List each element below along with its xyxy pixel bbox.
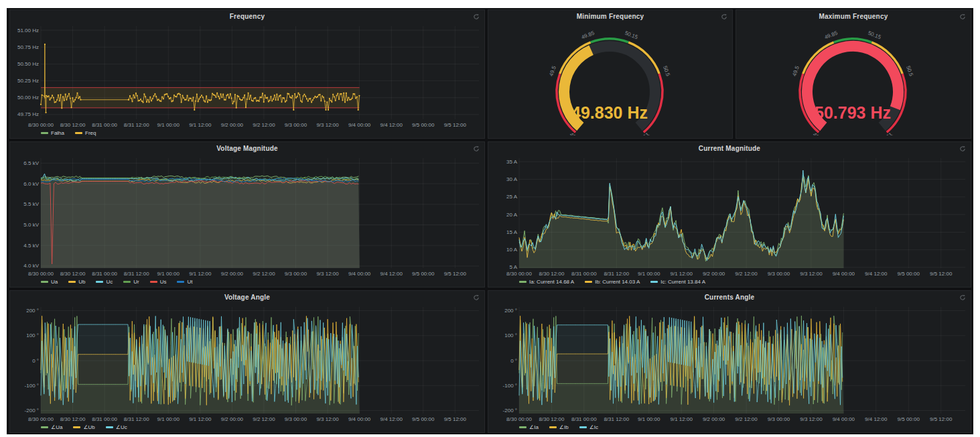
legend-item[interactable]: Ib: Current 14.03 A xyxy=(585,279,640,285)
legend-item[interactable]: ∠Ic xyxy=(579,424,598,430)
legend-item[interactable]: Ia: Current 14.68 A xyxy=(519,279,574,285)
panel-voltage-magnitude: Voltage Magnitude 8/30 00:008/30 12:008/… xyxy=(9,141,485,288)
legend-item[interactable]: Ub xyxy=(68,279,85,285)
legend-label: Us xyxy=(160,279,167,285)
dashboard: Frequency 8/30 00:008/30 12:008/31 00:00… xyxy=(7,8,973,434)
legend-item[interactable]: ∠Ib xyxy=(549,424,569,430)
svg-text:9/1 00:00: 9/1 00:00 xyxy=(638,271,660,277)
svg-text:8/30 12:00: 8/30 12:00 xyxy=(539,416,565,422)
refresh-icon[interactable] xyxy=(473,13,480,20)
svg-text:8/30 12:00: 8/30 12:00 xyxy=(539,271,565,277)
chart-canvas: 8/30 00:008/30 12:008/31 00:008/31 12:00… xyxy=(10,23,483,128)
svg-text:50.15: 50.15 xyxy=(867,30,882,41)
refresh-icon[interactable] xyxy=(959,145,966,152)
current-magnitude-legend: Ia: Current 14.68 AIb: Current 14.03 AIc… xyxy=(519,277,705,286)
legend-item[interactable]: ∠Ua xyxy=(41,424,62,430)
svg-text:9/5 00:00: 9/5 00:00 xyxy=(412,122,435,128)
svg-text:9/5 00:00: 9/5 00:00 xyxy=(898,416,920,422)
svg-text:49.5: 49.5 xyxy=(548,65,557,77)
panel-maximum-frequency: Maximum Frequency 4949.549.8550.1550.551… xyxy=(736,9,971,139)
legend-swatch xyxy=(585,281,592,283)
legend-item[interactable]: Ic: Current 13.84 A xyxy=(650,279,705,285)
legend-label: Falha xyxy=(51,130,64,136)
refresh-icon[interactable] xyxy=(959,294,966,301)
legend-item[interactable]: ∠Uc xyxy=(106,424,127,430)
svg-text:9/2 12:00: 9/2 12:00 xyxy=(253,271,275,277)
svg-text:9/4 12:00: 9/4 12:00 xyxy=(865,416,888,422)
legend-label: ∠Ub xyxy=(83,424,94,430)
legend-label: Ub xyxy=(78,279,85,285)
svg-text:8/31 12:00: 8/31 12:00 xyxy=(124,122,149,128)
svg-text:9/1 00:00: 9/1 00:00 xyxy=(157,271,180,277)
refresh-icon[interactable] xyxy=(473,145,480,152)
svg-text:50.5: 50.5 xyxy=(662,65,671,77)
legend-item[interactable]: Ua xyxy=(41,279,58,285)
voltage-magnitude-chart[interactable]: 8/30 00:008/30 12:008/31 00:008/31 12:00… xyxy=(10,155,483,277)
svg-text:-200 °: -200 ° xyxy=(25,408,39,414)
max-frequency-gauge[interactable]: 4949.549.8550.1550.551 50.793 Hz xyxy=(736,23,969,135)
legend-item[interactable]: Uc xyxy=(96,279,113,285)
svg-text:8/30 00:00: 8/30 00:00 xyxy=(28,271,54,277)
legend-label: Ur xyxy=(133,279,139,285)
legend-label: Ib: Current 14.03 A xyxy=(595,279,640,285)
refresh-icon[interactable] xyxy=(959,13,966,20)
svg-text:20 A: 20 A xyxy=(506,212,518,218)
svg-text:9/4 00:00: 9/4 00:00 xyxy=(348,122,371,128)
legend-swatch xyxy=(177,281,184,283)
svg-text:9/5 12:00: 9/5 12:00 xyxy=(930,416,953,422)
svg-text:9/3 00:00: 9/3 00:00 xyxy=(768,271,790,277)
legend-item[interactable]: ∠Ub xyxy=(73,424,94,430)
legend-item[interactable]: Us xyxy=(150,279,167,285)
svg-text:49.5: 49.5 xyxy=(791,65,800,77)
svg-text:8/30 12:00: 8/30 12:00 xyxy=(60,271,86,277)
svg-text:200 °: 200 ° xyxy=(504,308,517,314)
svg-text:9/2 00:00: 9/2 00:00 xyxy=(703,416,725,422)
svg-text:49.75 Hz: 49.75 Hz xyxy=(17,111,39,117)
svg-text:9/4 00:00: 9/4 00:00 xyxy=(833,271,855,277)
legend-item[interactable]: Falha xyxy=(41,130,64,136)
svg-text:9/2 12:00: 9/2 12:00 xyxy=(735,271,758,277)
panel-title: Voltage Magnitude xyxy=(10,145,484,152)
svg-text:51.00 Hz: 51.00 Hz xyxy=(17,27,39,34)
legend-label: ∠Ic xyxy=(589,424,598,430)
legend-item[interactable]: Freq xyxy=(75,130,96,136)
svg-text:4.0 kV: 4.0 kV xyxy=(23,263,39,269)
svg-text:5.0 kV: 5.0 kV xyxy=(23,222,39,228)
svg-text:8/30 00:00: 8/30 00:00 xyxy=(28,416,54,422)
voltage-angle-legend: ∠Ua∠Ub∠Uc xyxy=(41,423,127,432)
legend-swatch xyxy=(519,426,527,428)
svg-text:9/3 00:00: 9/3 00:00 xyxy=(285,122,307,128)
svg-text:9/3 12:00: 9/3 12:00 xyxy=(316,271,339,277)
svg-text:50.15: 50.15 xyxy=(624,30,638,41)
legend-swatch xyxy=(549,426,557,428)
voltage-angle-chart[interactable]: 8/30 00:008/30 12:008/31 00:008/31 12:00… xyxy=(10,304,483,422)
svg-text:8/30 12:00: 8/30 12:00 xyxy=(60,122,86,128)
currents-angle-chart[interactable]: 8/30 00:008/30 12:008/31 00:008/31 12:00… xyxy=(488,304,969,422)
current-magnitude-chart[interactable]: 8/30 00:008/30 12:008/31 00:008/31 12:00… xyxy=(488,155,969,277)
panel-title: Maximum Frequency xyxy=(736,13,971,20)
legend-swatch xyxy=(73,426,80,428)
frequency-chart[interactable]: 8/30 00:008/30 12:008/31 00:008/31 12:00… xyxy=(10,23,483,128)
svg-text:9/1 12:00: 9/1 12:00 xyxy=(670,271,693,277)
svg-text:9/3 12:00: 9/3 12:00 xyxy=(316,416,339,422)
svg-text:9/5 12:00: 9/5 12:00 xyxy=(930,271,953,277)
legend-swatch xyxy=(519,281,527,283)
legend-item[interactable]: ∠Ia xyxy=(519,424,539,430)
svg-text:8/30 00:00: 8/30 00:00 xyxy=(506,416,532,422)
svg-text:8/31 00:00: 8/31 00:00 xyxy=(571,271,597,277)
refresh-icon[interactable] xyxy=(473,294,480,301)
svg-text:9/5 12:00: 9/5 12:00 xyxy=(444,271,467,277)
svg-text:0 °: 0 ° xyxy=(510,358,517,364)
svg-text:9/5 00:00: 9/5 00:00 xyxy=(412,416,435,422)
legend-swatch xyxy=(123,281,131,283)
svg-text:25 A: 25 A xyxy=(506,194,518,200)
svg-text:8/31 00:00: 8/31 00:00 xyxy=(571,416,597,422)
legend-swatch xyxy=(41,132,48,134)
svg-text:6.0 kV: 6.0 kV xyxy=(23,181,39,187)
svg-text:49.85: 49.85 xyxy=(824,29,839,40)
legend-item[interactable]: Ut xyxy=(177,279,192,285)
panel-title: Currents Angle xyxy=(488,294,971,301)
min-frequency-gauge[interactable]: 4949.549.8550.1550.551 49.830 Hz xyxy=(488,23,731,135)
refresh-icon[interactable] xyxy=(721,13,727,20)
legend-item[interactable]: Ur xyxy=(123,279,139,285)
